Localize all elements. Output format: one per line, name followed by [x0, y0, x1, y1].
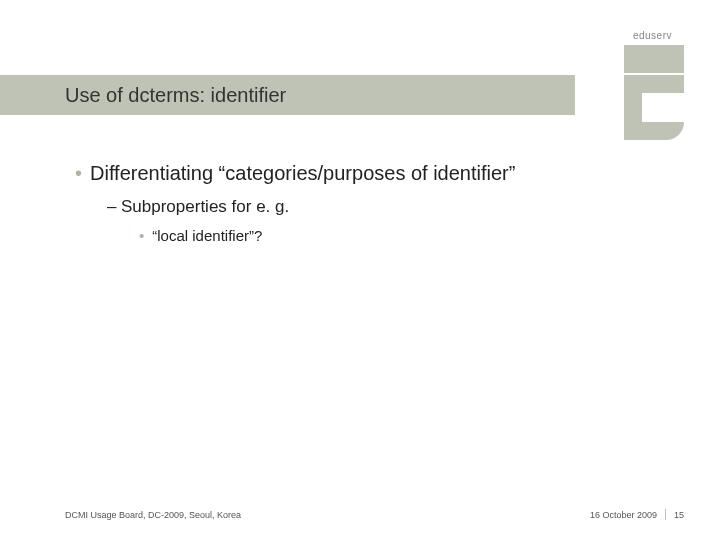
bullet-level-2: – Subproperties for e. g. — [107, 195, 660, 219]
footer: DCMI Usage Board, DC-2009, Seoul, Korea … — [65, 509, 684, 520]
logo-block-top — [624, 45, 684, 73]
bullet-level-3: • “local identifier”? — [139, 225, 660, 246]
bullet-l1-text: Differentiating “categories/purposes of … — [90, 160, 515, 187]
eduserv-logo — [624, 45, 684, 140]
footer-left: DCMI Usage Board, DC-2009, Seoul, Korea — [65, 510, 241, 520]
bullet-dash-icon: – — [107, 195, 121, 219]
logo-letter-e — [624, 75, 684, 140]
content-area: • Differentiating “categories/purposes o… — [75, 160, 660, 246]
footer-right: 16 October 2009 15 — [590, 509, 684, 520]
bullet-dot-icon: • — [75, 160, 82, 187]
slide: eduserv Use of dcterms: identifier • Dif… — [0, 0, 720, 540]
bullet-l2-text: Subproperties for e. g. — [121, 195, 289, 219]
bullet-level-1: • Differentiating “categories/purposes o… — [75, 160, 660, 187]
footer-separator — [665, 509, 666, 520]
bullet-dot-small-icon: • — [139, 225, 144, 246]
footer-page-number: 15 — [674, 510, 684, 520]
brand-label: eduserv — [633, 30, 672, 41]
title-band: Use of dcterms: identifier — [0, 75, 575, 115]
slide-title: Use of dcterms: identifier — [0, 84, 286, 107]
bullet-l3-text: “local identifier”? — [152, 225, 262, 246]
footer-date: 16 October 2009 — [590, 510, 657, 520]
